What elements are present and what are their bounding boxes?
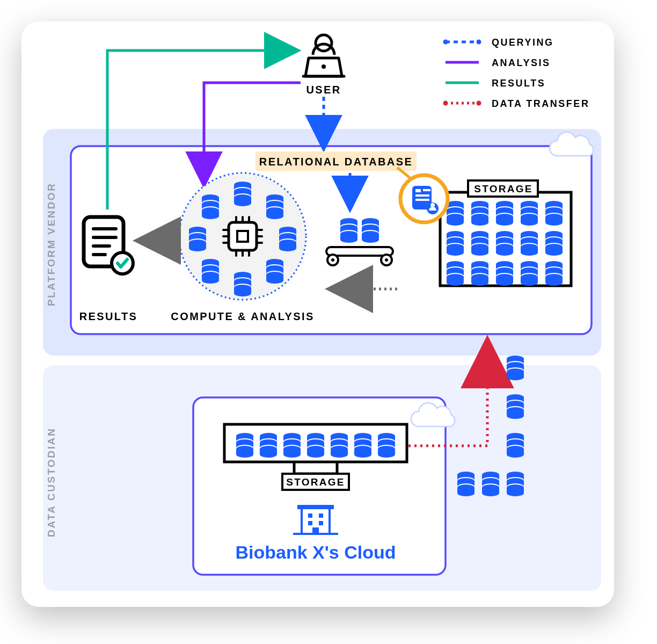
svg-rect-51 — [415, 194, 429, 197]
svg-rect-50 — [423, 189, 430, 191]
svg-point-44 — [385, 258, 388, 262]
chip-icon — [223, 217, 262, 256]
svg-rect-63 — [319, 513, 323, 518]
svg-rect-52 — [415, 199, 429, 201]
svg-point-54 — [430, 203, 435, 207]
compute-cluster — [179, 173, 306, 300]
results-label: RESULTS — [79, 310, 138, 322]
svg-point-10 — [443, 40, 448, 45]
legend: QUERYING ANALYSIS RESULTS DATA TRANSFER — [443, 37, 590, 109]
storage-bottom-label: STORAGE — [286, 476, 345, 488]
biobank-label: Biobank X's Cloud — [236, 542, 396, 562]
svg-rect-65 — [319, 521, 323, 525]
svg-point-43 — [331, 258, 334, 262]
svg-rect-21 — [229, 222, 257, 250]
record-medal-icon — [400, 175, 448, 222]
legend-analysis: ANALYSIS — [492, 57, 551, 68]
region-data-custodian-label: DATA CUSTODIAN — [46, 428, 57, 537]
region-platform-vendor-label: PLATFORM VENDOR — [46, 182, 57, 306]
user-icon — [303, 35, 344, 76]
legend-querying: QUERYING — [492, 37, 554, 48]
svg-rect-62 — [308, 513, 312, 518]
svg-rect-61 — [297, 505, 334, 509]
compute-label: COMPUTE & ANALYSIS — [171, 310, 314, 322]
relational-db-label: RELATIONAL DATABASE — [259, 156, 413, 168]
svg-point-18 — [322, 64, 326, 69]
svg-rect-64 — [308, 521, 312, 525]
svg-point-16 — [477, 101, 481, 106]
svg-rect-49 — [415, 189, 421, 192]
storage-top — [440, 180, 571, 286]
svg-point-11 — [477, 40, 481, 45]
storage-top-label: STORAGE — [474, 183, 533, 194]
user-label: USER — [306, 84, 341, 96]
legend-data-transfer: DATA TRANSFER — [492, 98, 589, 109]
legend-results: RESULTS — [492, 78, 545, 89]
svg-point-15 — [443, 101, 448, 106]
svg-rect-40 — [326, 247, 393, 256]
